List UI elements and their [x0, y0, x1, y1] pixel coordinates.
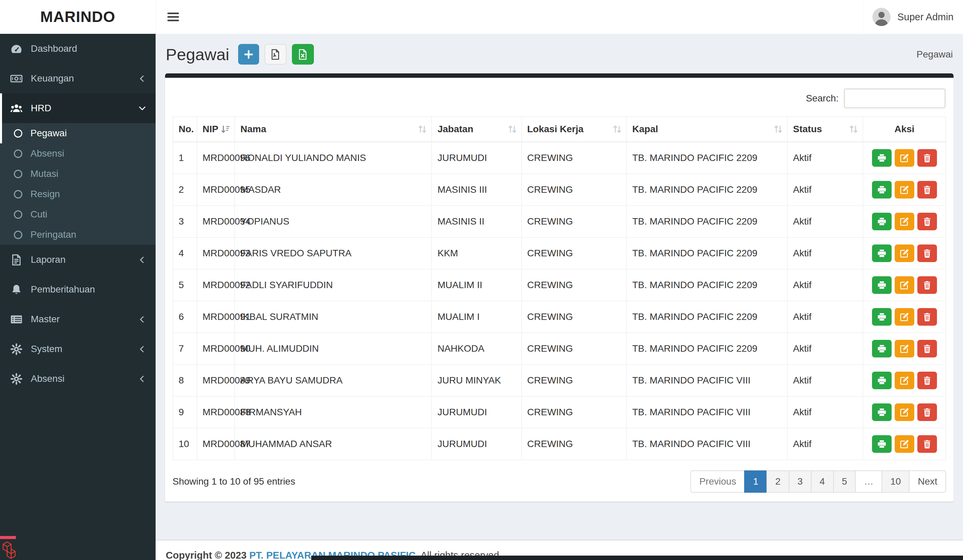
page-button-3[interactable]: 3: [789, 470, 812, 493]
page-button-previous[interactable]: Previous: [691, 470, 745, 493]
brand-logo[interactable]: MARINDO: [0, 0, 156, 34]
column-header-nama[interactable]: Nama: [235, 117, 432, 142]
page-button-1[interactable]: 1: [744, 470, 767, 493]
cell-nip: MRD00093: [197, 237, 235, 269]
edit-icon: [900, 185, 909, 195]
sidebar-item-dashboard: Dashboard: [0, 34, 156, 63]
user-menu[interactable]: Super Admin: [863, 0, 963, 34]
delete-button[interactable]: [918, 276, 937, 294]
print-button[interactable]: [872, 308, 892, 326]
page-button-10[interactable]: 10: [882, 470, 909, 493]
edit-button[interactable]: [895, 403, 914, 421]
trash-icon: [922, 153, 932, 163]
trash-icon: [922, 407, 932, 417]
edit-button[interactable]: [895, 149, 914, 167]
column-header-kapal[interactable]: Kapal: [626, 117, 787, 142]
cell-status: Aktif: [788, 301, 863, 333]
column-label: Status: [793, 124, 822, 134]
print-button[interactable]: [872, 372, 892, 389]
edit-button[interactable]: [895, 435, 914, 453]
column-header-status[interactable]: Status: [788, 117, 863, 142]
sidebar-link-laporan[interactable]: Laporan: [0, 245, 156, 275]
edit-button[interactable]: [895, 308, 914, 326]
print-button[interactable]: [872, 149, 892, 167]
sidebar-link-keuangan[interactable]: Keuangan: [0, 63, 156, 93]
sidebar-link-dashboard[interactable]: Dashboard: [0, 34, 156, 63]
sidebar-item-label: Absensi: [31, 373, 130, 384]
delete-button[interactable]: [918, 435, 937, 453]
sidebar-link-pemberitahuan[interactable]: Pemberitahuan: [0, 275, 156, 304]
edit-button[interactable]: [895, 340, 914, 358]
delete-button[interactable]: [918, 308, 937, 326]
sidebar-sublink-pegawai[interactable]: Pegawai: [0, 123, 156, 143]
column-header-jabatan[interactable]: Jabatan: [431, 117, 521, 142]
sidebar-subitem-label: Mutasi: [31, 168, 58, 179]
export-excel-button[interactable]: [292, 44, 314, 65]
trash-icon: [922, 439, 932, 449]
sidebar-toggle-icon[interactable]: [166, 10, 180, 24]
print-button[interactable]: [872, 181, 892, 199]
column-header-aksi: Aksi: [863, 117, 946, 142]
edit-button[interactable]: [895, 244, 914, 262]
sidebar-link-hrd[interactable]: HRD: [0, 93, 156, 123]
page-button-4[interactable]: 4: [811, 470, 834, 493]
column-label: Kapal: [632, 124, 658, 134]
sidebar-subitem-absensi: Absensi: [0, 143, 156, 163]
cell-aksi: [863, 237, 946, 269]
sidebar-sublink-peringatan[interactable]: Peringatan: [0, 225, 156, 245]
delete-button[interactable]: [918, 340, 937, 358]
table-row: 5MRD00092FADLI SYARIFUDDINMUALIM IICREWI…: [173, 269, 946, 301]
cell-kapal: TB. MARINDO PACIFIC 2209: [626, 269, 787, 301]
print-button[interactable]: [872, 435, 892, 453]
cell-kapal: TB. MARINDO PACIFIC VIII: [626, 364, 787, 397]
laravel-debugbar-toggle[interactable]: [0, 536, 16, 560]
export-pdf-button[interactable]: [264, 44, 287, 65]
cell-status: Aktif: [788, 428, 863, 460]
print-icon: [877, 217, 887, 227]
sidebar-subitem-label: Cuti: [31, 209, 47, 220]
sidebar-link-absensi[interactable]: Absensi: [0, 364, 156, 393]
page-button-next[interactable]: Next: [909, 470, 946, 493]
debugbar-strip[interactable]: [311, 555, 963, 560]
chevron-down-icon: [138, 104, 147, 113]
print-button[interactable]: [872, 213, 892, 230]
column-header-lokasi-kerja[interactable]: Lokasi Kerja: [522, 117, 627, 142]
file-pdf-icon: [269, 49, 281, 60]
print-button[interactable]: [872, 244, 892, 262]
sidebar-sublink-absensi[interactable]: Absensi: [0, 143, 156, 163]
print-button[interactable]: [872, 403, 892, 421]
print-button[interactable]: [872, 340, 892, 358]
delete-button[interactable]: [918, 213, 937, 230]
edit-button[interactable]: [895, 276, 914, 294]
cell-status: Aktif: [788, 397, 863, 428]
circle-icon: [14, 190, 22, 199]
add-button[interactable]: [238, 44, 259, 65]
sort-icon: [848, 123, 859, 135]
print-button[interactable]: [872, 276, 892, 294]
sidebar-subitem-pegawai: Pegawai: [0, 123, 156, 143]
cell-nip: MRD00089: [197, 364, 235, 397]
main-area: Super Admin Pegawai: [156, 0, 963, 560]
sidebar-sublink-mutasi[interactable]: Mutasi: [0, 163, 156, 184]
sidebar-link-master[interactable]: Master: [0, 304, 156, 334]
delete-button[interactable]: [918, 372, 937, 389]
delete-button[interactable]: [918, 181, 937, 199]
page-button-2[interactable]: 2: [767, 470, 790, 493]
print-icon: [877, 185, 887, 195]
delete-button[interactable]: [918, 403, 937, 421]
delete-button[interactable]: [918, 149, 937, 167]
sidebar-sublink-cuti[interactable]: Cuti: [0, 204, 156, 225]
page-button-5[interactable]: 5: [833, 470, 856, 493]
sidebar-sublink-resign[interactable]: Resign: [0, 184, 156, 204]
employees-table: No.NIPNamaJabatanLokasi KerjaKapalStatus…: [172, 117, 946, 460]
chevron-left-icon: [138, 345, 147, 354]
sidebar-subitem-label: Pegawai: [31, 128, 66, 139]
delete-button[interactable]: [918, 244, 937, 262]
sidebar-link-system[interactable]: System: [0, 334, 156, 364]
column-header-nip[interactable]: NIP: [197, 117, 235, 142]
edit-button[interactable]: [895, 372, 914, 389]
edit-button[interactable]: [895, 181, 914, 199]
row-actions: [869, 340, 940, 358]
search-input[interactable]: [844, 89, 945, 108]
edit-button[interactable]: [895, 213, 914, 230]
